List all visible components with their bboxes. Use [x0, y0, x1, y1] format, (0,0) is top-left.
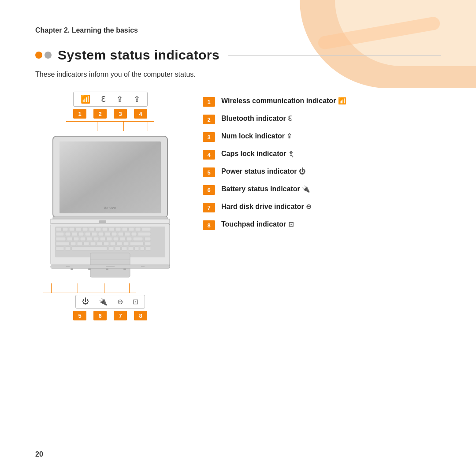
svg-rect-59 — [130, 242, 143, 245]
svg-rect-52 — [84, 242, 89, 245]
bottom-symbols-box: ⏻ 🔌 ⊖ ⊡ — [75, 295, 145, 309]
svg-rect-34 — [131, 232, 137, 236]
indicator-label-1: Wireless communication indicator 📶 — [221, 96, 346, 106]
svg-rect-69 — [140, 247, 144, 250]
indicator-label-7: Hard disk drive indicator ⊖ — [221, 202, 312, 212]
battery-symbol: 🔌 — [99, 298, 108, 306]
svg-rect-47 — [133, 237, 143, 241]
svg-rect-2 — [60, 141, 161, 213]
section-title-row: System status indicators — [35, 48, 441, 63]
bottom-badges-row: 5 6 7 8 — [73, 311, 147, 320]
wireless-icon: 📶 — [338, 97, 346, 104]
badge-5: 5 — [73, 311, 86, 320]
hdd-symbol: ⊖ — [117, 298, 123, 306]
svg-rect-48 — [145, 237, 151, 241]
top-symbols-box: 📶 ℇ ⇪ ⇪ — [73, 92, 148, 107]
svg-rect-50 — [71, 242, 76, 245]
power-symbol: ⏻ — [82, 298, 89, 306]
svg-text:lenovo: lenovo — [104, 205, 116, 210]
svg-rect-29 — [98, 232, 104, 236]
svg-rect-44 — [113, 237, 119, 241]
svg-rect-76 — [141, 266, 145, 267]
indicator-label-5: Power status indicator ⏻ — [221, 167, 305, 176]
main-content-row: 📶 ℇ ⇪ ⇪ 1 2 3 4 — [35, 92, 441, 320]
svg-rect-24 — [65, 232, 71, 236]
indicator-badge-1: 1 — [203, 97, 215, 107]
indicator-item-7: 7 Hard disk drive indicator ⊖ — [203, 202, 441, 212]
subtitle-text: These indicators inform you of the compu… — [35, 71, 441, 78]
svg-rect-6 — [99, 220, 106, 223]
svg-rect-25 — [72, 232, 77, 236]
svg-rect-33 — [125, 232, 130, 236]
laptop-svg: lenovo — [44, 132, 176, 282]
svg-rect-38 — [74, 237, 79, 241]
svg-rect-62 — [65, 247, 71, 250]
badge-2: 2 — [93, 109, 107, 119]
svg-rect-27 — [85, 232, 90, 236]
indicator-item-4: 4 Caps lock indicator ⇪̨ — [203, 149, 441, 160]
top-indicators-group: 📶 ℇ ⇪ ⇪ 1 2 3 4 — [35, 92, 185, 131]
badge-4: 4 — [134, 109, 147, 119]
svg-rect-80 — [123, 268, 126, 270]
svg-rect-16 — [102, 227, 108, 231]
svg-rect-31 — [112, 232, 117, 236]
svg-rect-37 — [67, 237, 72, 241]
indicator-badge-5: 5 — [203, 167, 215, 177]
indicator-label-4: Caps lock indicator ⇪̨ — [221, 149, 294, 159]
wireless-symbol: 📶 — [81, 94, 90, 104]
svg-rect-49 — [56, 242, 69, 245]
svg-rect-72 — [90, 260, 130, 260]
title-line — [228, 55, 441, 56]
top-connector-lines — [66, 121, 154, 131]
bottom-connector-lines — [43, 283, 136, 293]
svg-rect-60 — [145, 242, 151, 245]
svg-rect-9 — [56, 227, 61, 231]
dot-gray — [45, 52, 52, 59]
svg-rect-77 — [71, 268, 73, 270]
svg-rect-41 — [93, 237, 99, 241]
svg-rect-51 — [77, 242, 82, 245]
svg-rect-63 — [72, 247, 107, 250]
page-number: 20 — [35, 450, 43, 458]
svg-rect-54 — [97, 242, 102, 245]
badge-6: 6 — [93, 311, 107, 320]
svg-rect-64 — [108, 247, 114, 250]
indicator-item-6: 6 Battery status indicator 🔌 — [203, 184, 441, 195]
svg-rect-65 — [115, 247, 120, 250]
svg-rect-58 — [123, 242, 129, 245]
badge-8: 8 — [134, 311, 147, 320]
numlock-symbol: ⇪ — [116, 94, 123, 104]
svg-rect-19 — [122, 227, 127, 231]
svg-rect-56 — [110, 242, 115, 245]
svg-rect-12 — [76, 227, 81, 231]
indicator-label-6: Battery status indicator 🔌 — [221, 184, 310, 194]
badge-1: 1 — [73, 109, 86, 119]
numlock-icon: ⇪ — [286, 132, 292, 140]
indicator-badge-6: 6 — [203, 185, 215, 195]
indicator-badge-8: 8 — [203, 220, 215, 230]
svg-rect-32 — [118, 232, 123, 236]
indicator-badge-7: 7 — [203, 203, 215, 212]
section-title: System status indicators — [58, 48, 219, 63]
indicator-badge-4: 4 — [203, 150, 215, 160]
svg-rect-18 — [115, 227, 121, 231]
svg-rect-11 — [69, 227, 74, 231]
badge-7: 7 — [114, 311, 127, 320]
svg-rect-42 — [100, 237, 105, 241]
hdd-icon: ⊖ — [306, 203, 312, 210]
indicator-badge-3: 3 — [203, 132, 215, 142]
capslock-icon: ⇪̨ — [288, 150, 294, 157]
chapter-heading: Chapter 2. Learning the basics — [35, 26, 441, 34]
indicator-item-2: 2 Bluetooth indicator ℇ — [203, 114, 441, 124]
indicator-item-1: 1 Wireless communication indicator 📶 — [203, 96, 441, 107]
svg-rect-70 — [145, 247, 151, 250]
indicators-list: 1 Wireless communication indicator 📶 2 B… — [203, 92, 441, 237]
svg-rect-20 — [129, 227, 134, 231]
svg-rect-14 — [89, 227, 94, 231]
svg-rect-22 — [142, 227, 151, 231]
svg-rect-40 — [87, 237, 92, 241]
diagram-area: 📶 ℇ ⇪ ⇪ 1 2 3 4 — [35, 92, 185, 320]
svg-rect-26 — [78, 232, 84, 236]
svg-rect-61 — [56, 247, 64, 250]
svg-rect-13 — [82, 227, 88, 231]
